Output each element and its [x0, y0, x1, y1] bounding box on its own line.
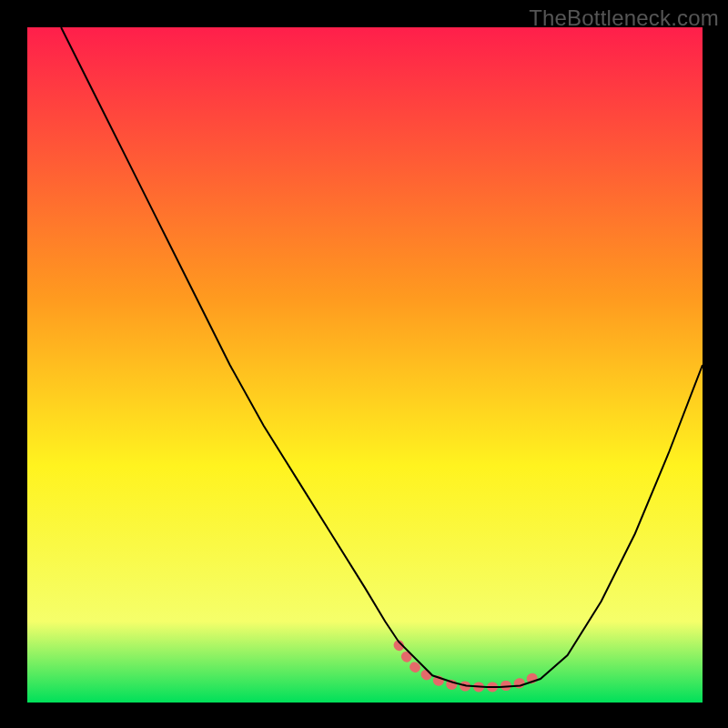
plot-area	[27, 27, 703, 703]
chart-frame: TheBottleneck.com	[0, 0, 728, 728]
plot-svg	[27, 27, 703, 703]
watermark-text: TheBottleneck.com	[529, 5, 719, 31]
